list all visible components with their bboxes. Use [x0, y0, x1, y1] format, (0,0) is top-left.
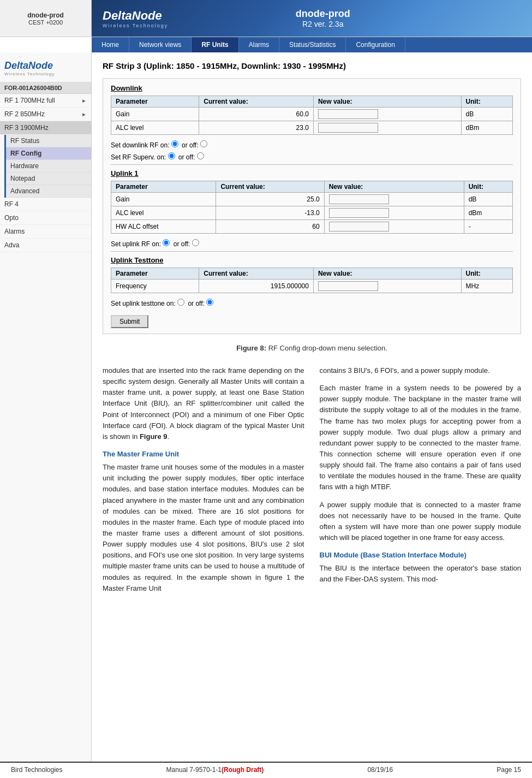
uplink1-alc-new[interactable]	[324, 206, 464, 220]
downlink-superv-label: Set RF Superv. on:	[111, 153, 166, 161]
testtone-off-radio[interactable]	[206, 299, 213, 306]
uplink1-row-alc: ALC level -13.0 dBm	[111, 206, 513, 220]
footer: Bird Technologies Manual 7-9570-1-1(Roug…	[0, 762, 532, 777]
sidebar-arrow-rf2: ►	[81, 111, 87, 117]
uplink1-header-param: Parameter	[111, 181, 216, 193]
downlink-superv-on-radio[interactable]	[168, 152, 175, 159]
sidebar-item-opto[interactable]: Opto	[0, 211, 91, 225]
uplink1-alc-unit: dBm	[464, 206, 512, 220]
downlink-rf-on-radio[interactable]	[171, 140, 178, 147]
testtone-freq-input[interactable]	[318, 281, 378, 291]
right-bui-heading: BUI Module (Base Station Interface Modul…	[320, 550, 522, 561]
downlink-gain-unit: dB	[461, 108, 512, 121]
uplink1-rf-on-radio[interactable]	[163, 239, 170, 246]
uplink1-header-unit: Unit:	[464, 181, 512, 193]
sidebar-item-rf1[interactable]: RF 1 700MHz full ►	[0, 94, 91, 108]
sidebar-item-rf3[interactable]: RF 3 1900MHz	[0, 121, 91, 135]
uplink1-alc-param: ALC level	[111, 206, 216, 220]
nav-network-views[interactable]: Network views	[129, 37, 192, 52]
main-content: RF Strip 3 (Uplink: 1850 - 1915MHz, Down…	[92, 52, 532, 762]
testtone-row-freq: Frequency 1915.000000 MHz	[111, 280, 513, 293]
right-para-1: contains 3 BIU's, 6 FOI's, and a power s…	[320, 365, 522, 376]
downlink-alc-unit: dBm	[461, 121, 512, 135]
uplink1-header-new: New value:	[324, 181, 464, 193]
sidebar-submenu-rf-config[interactable]: RF Config	[6, 147, 91, 160]
uplink1-rf-label: Set uplink RF on:	[111, 240, 161, 248]
uplink1-header-current: Current value:	[216, 181, 324, 193]
header-logo: DeltaNode Wireless Technology	[103, 9, 168, 28]
sidebar-item-adva[interactable]: Adva	[0, 239, 91, 252]
sidebar-device-id: FOR-001A26004B0D	[0, 82, 91, 94]
testtone-header-new: New value:	[313, 268, 461, 280]
uplink1-gain-new[interactable]	[324, 193, 464, 206]
figure-caption: Figure 8: RF Config drop-down menu selec…	[103, 344, 521, 352]
left-figure9-ref: Figure 9	[140, 432, 168, 441]
downlink-rf-off-radio[interactable]	[200, 140, 207, 147]
left-para-2: The master frame unit houses some of the…	[103, 462, 304, 594]
testtone-or: or off:	[188, 300, 204, 307]
uplink1-table: Parameter Current value: New value: Unit…	[111, 181, 513, 234]
figure-caption-text: RF Config drop-down menu selection.	[266, 344, 387, 352]
page-wrapper: dnode-prod CEST +0200 DeltaNode Wireless…	[0, 0, 532, 777]
right-para-3: A power supply module that is connected …	[320, 500, 522, 544]
footer-manual: Manual 7-9570-1-1(Rough Draft)	[166, 766, 264, 774]
uplink1-section-title: Uplink 1	[111, 169, 513, 177]
sidebar-submenu-rf-status[interactable]: RF Status	[6, 135, 91, 147]
uplink1-rf-or: or off:	[174, 240, 190, 248]
sidebar-submenu-hardware[interactable]: Hardware	[6, 160, 91, 173]
nav-home[interactable]: Home	[92, 37, 129, 52]
downlink-alc-param: ALC level	[111, 121, 199, 135]
sidebar-submenu-rf3: RF Status RF Config Hardware Notepad Adv…	[4, 135, 91, 198]
downlink-rf-on-text: or off:	[182, 141, 198, 149]
header-title: dnode-prod R2 ver. 2.3a	[296, 8, 350, 28]
testtone-freq-unit: MHz	[461, 280, 512, 293]
footer-company: Bird Technologies	[11, 766, 63, 774]
nav-alarms[interactable]: Alarms	[239, 37, 279, 52]
nav-rf-units[interactable]: RF Units	[192, 37, 238, 52]
top-bar: dnode-prod CEST +0200 DeltaNode Wireless…	[0, 0, 532, 37]
nav-bar: Home Network views RF Units Alarms Statu…	[92, 37, 532, 52]
uplink1-gain-param: Gain	[111, 193, 216, 206]
uplink1-alc-input[interactable]	[329, 208, 389, 218]
downlink-gain-new[interactable]	[313, 108, 461, 121]
uplink1-gain-input[interactable]	[329, 194, 389, 204]
testtone-freq-new[interactable]	[313, 280, 461, 293]
sidebar-item-alarms[interactable]: Alarms	[0, 225, 91, 239]
rf-strip-title: RF Strip 3 (Uplink: 1850 - 1915MHz, Down…	[103, 61, 521, 70]
nav-status-statistics[interactable]: Status/Statistics	[279, 37, 346, 52]
dnode-prod-label: dnode-prod	[27, 11, 64, 19]
footer-date: 08/19/16	[367, 766, 393, 774]
ui-screenshot-area: Downlink Parameter Current value: New va…	[103, 78, 521, 334]
uplink1-hwoffset-new[interactable]	[324, 220, 464, 234]
downlink-gain-input[interactable]	[318, 109, 378, 119]
uplink1-row-hwoffset: HW ALC offset 60 -	[111, 220, 513, 234]
sidebar-item-rf4[interactable]: RF 4	[0, 198, 91, 211]
downlink-table: Parameter Current value: New value: Unit…	[111, 96, 513, 135]
testtone-on-radio[interactable]	[177, 299, 184, 306]
testtone-radio-label: Set uplink testtone on:	[111, 300, 176, 307]
uplink1-hwoffset-unit: -	[464, 220, 512, 234]
downlink-alc-current: 23.0	[199, 121, 314, 135]
sidebar-item-rf2[interactable]: RF 2 850MHz ►	[0, 108, 91, 121]
top-left-info: dnode-prod CEST +0200	[0, 0, 92, 37]
uplink1-hwoffset-input[interactable]	[329, 222, 389, 231]
downlink-superv-off-radio[interactable]	[197, 152, 204, 159]
left-master-frame-heading: The Master Frame Unit	[103, 449, 304, 460]
downlink-alc-new[interactable]	[313, 121, 461, 135]
header-logo-text: DeltaNode	[103, 9, 168, 23]
downlink-gain-current: 60.0	[199, 108, 314, 121]
downlink-section-title: Downlink	[111, 84, 513, 92]
testtone-freq-current: 1915.000000	[199, 280, 314, 293]
uplink-testtone-table: Parameter Current value: New value: Unit…	[111, 268, 513, 293]
sidebar-arrow-rf1: ►	[81, 98, 87, 104]
downlink-header-param: Parameter	[111, 96, 199, 108]
nav-configuration[interactable]: Configuration	[346, 37, 405, 52]
right-para-2: Each master frame in a system needs to b…	[320, 383, 522, 492]
sidebar-submenu-advanced[interactable]: Advanced	[6, 185, 91, 198]
downlink-alc-input[interactable]	[318, 123, 378, 133]
left-para-1: modules that are inserted into the rack …	[103, 365, 304, 442]
sidebar: DeltaNode Wireless Technology FOR-001A26…	[0, 52, 92, 762]
sidebar-submenu-notepad[interactable]: Notepad	[6, 173, 91, 185]
submit-button[interactable]: Submit	[111, 315, 148, 328]
uplink1-rf-off-radio[interactable]	[192, 239, 199, 246]
